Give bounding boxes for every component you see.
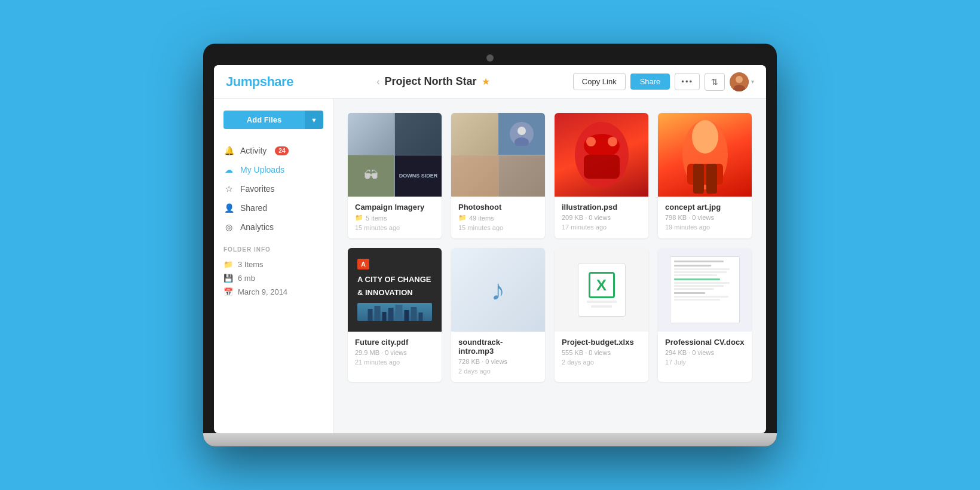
star-icon[interactable]: ★ [482, 76, 490, 87]
svg-point-9 [586, 137, 596, 146]
main-content: 🕶 DOWNS SIDER Campaign Imagery 📁 5 items… [333, 99, 766, 433]
file-name: illustration.psd [562, 203, 641, 212]
file-card-photoshoot[interactable]: Photoshoot 📁 49 items 15 minutes ago [451, 113, 545, 238]
svg-rect-14 [693, 164, 704, 194]
svg-point-13 [692, 120, 718, 154]
file-time: 15 minutes ago [355, 224, 434, 231]
file-thumb-photoshoot [451, 113, 545, 197]
svg-rect-8 [584, 155, 620, 179]
file-meta: 728 KB · 0 views [458, 358, 538, 365]
sort-button[interactable]: ⇅ [705, 73, 725, 91]
svg-rect-21 [405, 310, 409, 321]
file-card-project-budget[interactable]: X Project-budget.xlxs 555 KB · 0 views 2… [555, 248, 648, 382]
calendar-icon: 📅 [223, 287, 233, 296]
sidebar-nav: 🔔 Activity 24 ☁ My Uploads ☆ Favorites 👤 [214, 141, 333, 237]
file-thumb-pdf: A A CITY OF CHANGE & INNOVATION [348, 248, 442, 332]
sidebar-label-my-uploads: My Uploads [240, 165, 284, 174]
file-time: 21 minutes ago [355, 359, 434, 366]
file-time: 17 minutes ago [562, 223, 641, 231]
folder-items-icon: 📁 [223, 260, 233, 269]
svg-rect-23 [419, 313, 423, 321]
app-logo: Jumpshare [226, 74, 293, 90]
folder-info-title: FOLDER INFO [214, 237, 333, 258]
svg-rect-15 [706, 164, 717, 194]
file-meta: 📁 5 items [355, 214, 434, 222]
file-meta: 📁 49 items [458, 214, 538, 222]
star-nav-icon: ☆ [223, 184, 234, 194]
folder-small-icon: 📁 [355, 214, 363, 222]
page-title: Project North Star [385, 75, 477, 88]
folder-info-size: 💾 6 mb [214, 271, 333, 285]
sidebar-item-activity[interactable]: 🔔 Activity 24 [214, 141, 333, 160]
sidebar-item-favorites[interactable]: ☆ Favorites [214, 179, 333, 198]
file-card-professional-cv[interactable]: Professional CV.docx 294 KB · 0 views 17… [658, 248, 752, 382]
file-name: Professional CV.docx [665, 338, 745, 347]
bell-icon: 🔔 [223, 146, 234, 155]
cloud-icon: ☁ [223, 165, 234, 174]
file-info: Photoshoot 📁 49 items 15 minutes ago [451, 197, 545, 238]
sidebar-item-shared[interactable]: 👤 Shared [214, 198, 333, 218]
folder-small-icon: 📁 [458, 214, 467, 222]
file-thumb-mp3: ♪ [451, 248, 545, 332]
add-files-dropdown[interactable]: ▼ [305, 111, 323, 129]
file-info: Project-budget.xlxs 555 KB · 0 views 2 d… [555, 332, 648, 373]
avatar-button[interactable]: ▾ [730, 72, 754, 91]
add-files-area: Add Files ▼ [214, 111, 333, 141]
file-info: Campaign Imagery 📁 5 items 15 minutes ag… [348, 197, 442, 238]
file-card-campaign-imagery[interactable]: 🕶 DOWNS SIDER Campaign Imagery 📁 5 items… [348, 113, 442, 238]
file-thumb-concept [658, 113, 752, 197]
file-grid: 🕶 DOWNS SIDER Campaign Imagery 📁 5 items… [348, 113, 752, 382]
pdf-logo-mark: A [357, 259, 369, 270]
activity-badge: 24 [275, 146, 289, 155]
disk-icon: 💾 [223, 274, 233, 283]
back-arrow[interactable]: ‹ [376, 76, 379, 87]
file-time: 19 minutes ago [665, 223, 745, 231]
file-card-concept-art[interactable]: concept art.jpg 798 KB · 0 views 19 minu… [658, 113, 752, 238]
sidebar-item-my-uploads[interactable]: ☁ My Uploads [214, 160, 333, 179]
folder-info-items: 📁 3 Items [214, 258, 333, 271]
avatar-chevron: ▾ [751, 78, 754, 85]
laptop-base [203, 433, 777, 446]
file-name: Campaign Imagery [355, 203, 434, 212]
svg-rect-20 [396, 305, 403, 321]
file-name: concept art.jpg [665, 203, 745, 212]
file-card-illustration-psd[interactable]: illustration.psd 209 KB · 0 views 17 min… [555, 113, 648, 238]
file-info: illustration.psd 209 KB · 0 views 17 min… [555, 197, 648, 238]
sidebar-label-favorites: Favorites [240, 184, 275, 194]
file-thumb-xlsx: X [555, 248, 648, 332]
file-name: Project-budget.xlxs [562, 338, 641, 347]
file-time: 2 days ago [562, 359, 641, 366]
file-thumb-illustration [555, 113, 648, 197]
header-actions: Copy Link Share ••• ⇅ ▾ [573, 72, 754, 91]
svg-rect-12 [687, 164, 723, 185]
file-thumb-docx [658, 248, 752, 332]
folder-size: 6 mb [238, 274, 255, 283]
file-card-future-city-pdf[interactable]: A A CITY OF CHANGE & INNOVATION [348, 248, 442, 382]
sidebar-label-shared: Shared [240, 203, 267, 213]
file-name: soundtrack-intro.mp3 [458, 338, 538, 356]
more-button[interactable]: ••• [675, 73, 700, 90]
file-meta: 798 KB · 0 views [665, 214, 745, 221]
file-info: Professional CV.docx 294 KB · 0 views 17… [658, 332, 752, 373]
folder-info-date: 📅 March 9, 2014 [214, 285, 333, 299]
app-body: Add Files ▼ 🔔 Activity 24 ☁ My Uploads ☆ [214, 99, 766, 433]
file-name: Future city.pdf [355, 338, 434, 347]
sidebar-item-analytics[interactable]: ◎ Analytics [214, 218, 333, 237]
file-meta: 29.9 MB · 0 views [355, 349, 434, 356]
svg-point-10 [608, 137, 617, 146]
xlsx-icon: X [589, 272, 615, 298]
file-card-soundtrack-mp3[interactable]: ♪ soundtrack-intro.mp3 728 KB · 0 views … [451, 248, 545, 382]
svg-rect-19 [388, 308, 394, 321]
file-name: Photoshoot [458, 203, 538, 212]
share-button[interactable]: Share [630, 74, 670, 90]
file-info: Future city.pdf 29.9 MB · 0 views 21 min… [348, 332, 442, 373]
analytics-icon: ◎ [223, 222, 234, 232]
sidebar-label-activity: Activity [240, 146, 267, 155]
svg-rect-16 [368, 309, 373, 321]
svg-point-4 [517, 127, 526, 135]
copy-link-button[interactable]: Copy Link [573, 73, 626, 90]
docx-preview [670, 256, 740, 323]
header-center: ‹ Project North Star ★ [293, 75, 573, 88]
add-files-button[interactable]: Add Files [223, 111, 305, 129]
file-meta: 209 KB · 0 views [562, 214, 641, 221]
